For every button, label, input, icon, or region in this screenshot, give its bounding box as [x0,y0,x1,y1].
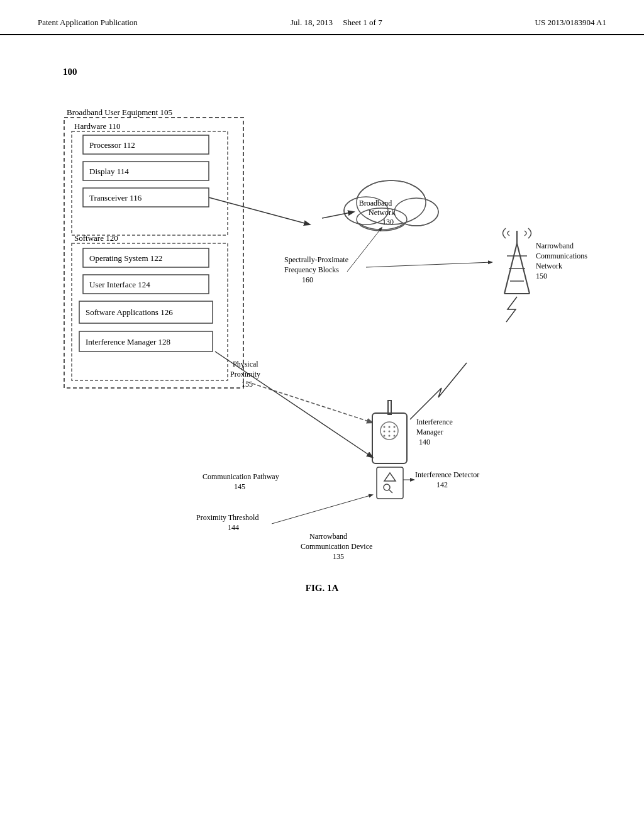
svg-point-62 [384,431,386,433]
svg-point-28 [357,208,406,229]
svg-rect-8 [83,188,209,207]
page-header: Patent Application Publication Jul. 18, … [0,0,644,35]
svg-rect-68 [388,401,391,414]
svg-text:Interference Detector: Interference Detector [415,470,479,479]
svg-text:Communication Device: Communication Device [301,542,372,551]
svg-rect-10 [72,243,228,380]
svg-text:144: 144 [228,523,239,532]
svg-marker-70 [384,473,396,481]
svg-rect-14 [83,275,209,294]
svg-rect-0 [64,118,243,388]
svg-text:Broadband: Broadband [359,199,392,208]
svg-text:145: 145 [234,482,245,491]
svg-point-30 [344,197,388,224]
svg-text:Processor   112: Processor 112 [89,140,135,150]
svg-text:Proximity Threshold: Proximity Threshold [196,513,258,522]
svg-line-81 [215,351,372,457]
header-right: US 2013/0183904 A1 [535,18,606,28]
svg-point-25 [357,181,425,224]
svg-text:Transceiver   116: Transceiver 116 [89,193,142,202]
svg-text:Broadband User Equipment  105: Broadband User Equipment 105 [67,108,172,117]
svg-text:Narrowband: Narrowband [536,241,574,250]
svg-line-56 [247,382,372,423]
svg-line-38 [517,243,530,294]
svg-line-51 [347,228,382,272]
diagram-container: Broadband User Equipment 105 Hardware 11… [39,80,605,646]
svg-line-72 [389,490,392,493]
svg-point-60 [389,426,391,428]
svg-text:Communications: Communications [536,252,587,260]
svg-line-20 [209,197,309,224]
svg-point-22 [344,197,388,224]
svg-point-67 [394,435,396,437]
svg-rect-69 [377,467,403,499]
header-center: Jul. 18, 2013 Sheet 1 of 7 [291,18,382,28]
svg-text:155: 155 [242,380,253,389]
svg-text:140: 140 [419,438,430,446]
svg-rect-57 [372,413,407,463]
svg-point-27 [395,199,438,225]
svg-text:Manager: Manager [416,428,443,436]
svg-text:Communication Pathway: Communication Pathway [203,472,279,481]
fig-number-label: 100 [63,67,606,77]
svg-rect-12 [83,248,209,267]
svg-text:Physical: Physical [233,360,258,368]
svg-rect-6 [83,162,209,180]
svg-point-66 [389,435,391,437]
svg-point-58 [380,422,398,440]
svg-point-23 [394,198,438,226]
svg-text:Interference: Interference [416,418,453,426]
svg-text:Frequency Blocks: Frequency Blocks [284,265,339,274]
svg-text:135: 135 [333,552,344,561]
header-sheet: Sheet 1 of 7 [343,18,382,27]
svg-text:Operating System   122: Operating System 122 [89,253,162,263]
svg-line-52 [366,262,492,267]
svg-text:130: 130 [382,218,394,226]
svg-text:Network: Network [536,262,562,270]
svg-text:Interference Manager   128: Interference Manager 128 [86,337,170,346]
svg-text:Display   114: Display 114 [89,167,129,176]
svg-point-26 [345,197,387,224]
svg-text:Narrowband: Narrowband [309,532,347,541]
svg-line-84 [272,495,372,524]
svg-rect-16 [79,301,213,323]
svg-point-29 [357,180,426,224]
svg-text:Software  120: Software 120 [74,233,118,243]
svg-line-37 [504,243,517,294]
svg-text:Software Applications  126: Software Applications 126 [86,307,173,317]
svg-point-59 [384,426,386,428]
header-date: Jul. 18, 2013 [291,18,333,27]
svg-text:Network: Network [369,208,395,217]
svg-point-21 [357,180,426,224]
svg-text:160: 160 [302,275,313,284]
svg-point-31 [394,198,438,226]
header-left: Patent Application Publication [38,18,138,28]
svg-point-71 [384,484,390,490]
svg-line-36 [322,212,353,218]
svg-rect-2 [72,131,228,235]
svg-point-63 [389,431,391,433]
svg-point-32 [357,208,407,231]
svg-text:Spectrally-Proximate: Spectrally-Proximate [284,255,348,264]
main-content: 100 Broadband User Equipment 105 Hardwar… [0,35,644,606]
svg-text:150: 150 [536,272,547,280]
svg-text:Hardware  110: Hardware 110 [74,121,121,131]
svg-text:142: 142 [436,480,448,489]
svg-point-65 [384,435,386,437]
svg-text:Proximity: Proximity [230,370,260,379]
svg-point-24 [357,207,407,230]
svg-point-64 [394,431,396,433]
svg-text:User Interface   124: User Interface 124 [89,280,150,289]
svg-rect-4 [83,135,209,154]
svg-rect-18 [79,331,213,351]
svg-point-61 [394,426,396,428]
